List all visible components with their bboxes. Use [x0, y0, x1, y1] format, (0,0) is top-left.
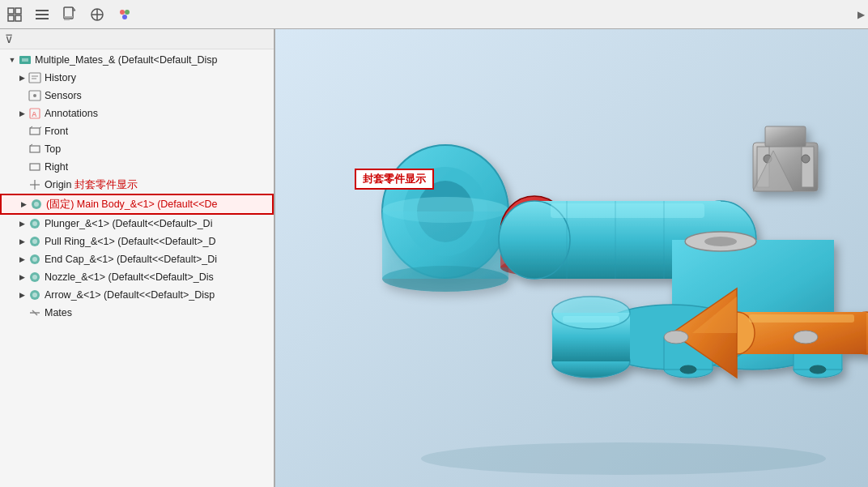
tree-item-nozzle[interactable]: ▶ Nozzle_&<1> (Default<<Default>_Dis: [0, 268, 274, 286]
svg-rect-8: [64, 16, 73, 18]
end-cap-label: End Cap_&<1> (Default<<Default>_Di: [45, 254, 217, 265]
svg-point-74: [680, 365, 696, 374]
root-expander[interactable]: ▼: [6, 54, 18, 66]
tree-item-mates[interactable]: Mates: [0, 304, 274, 322]
svg-rect-30: [30, 164, 40, 170]
svg-point-15: [122, 15, 127, 19]
plunger-icon: [28, 216, 42, 231]
tree-item-history[interactable]: ▶ History: [0, 69, 274, 87]
svg-rect-0: [8, 8, 14, 14]
sensors-icon: [28, 88, 42, 103]
tree-item-arrow[interactable]: ▶ Arrow_&<1> (Default<<Default>_Disp: [0, 286, 274, 304]
main-layout: ⊽ ▼ Multiple_Mates_& (Default<Default_Di…: [0, 29, 868, 487]
svg-point-38: [32, 239, 37, 244]
tree-item-pull-ring[interactable]: ▶ Pull Ring_&<1> (Default<<Default>_D: [0, 233, 274, 250]
plunger-expander[interactable]: ▶: [16, 218, 28, 229]
filter-bar: ⊽: [0, 29, 274, 49]
toolbar-icon-list[interactable]: [31, 3, 53, 26]
tree-item-main-body[interactable]: ▶ (固定) Main Body_&<1> (Default<<De: [0, 194, 274, 215]
assembly-illustration: [275, 29, 868, 487]
svg-rect-28: [30, 146, 40, 152]
svg-line-27: [40, 126, 41, 128]
svg-rect-61: [551, 203, 704, 218]
svg-point-75: [810, 365, 826, 374]
tree-item-end-cap[interactable]: ▶ End Cap_&<1> (Default<<Default>_Di: [0, 250, 274, 268]
toolbar-icon-cross[interactable]: [86, 3, 108, 26]
sensors-label: Sensors: [45, 90, 82, 101]
svg-point-97: [421, 442, 826, 475]
origin-label: Origin: [45, 179, 71, 190]
nozzle-icon: [28, 270, 42, 284]
feature-tree-area[interactable]: ▼ Multiple_Mates_& (Default<Default_Disp…: [0, 49, 274, 487]
end-cap-expander[interactable]: ▶: [16, 254, 28, 265]
main-body-label: (固定) Main Body_&<1> (Default<<De: [46, 198, 218, 211]
svg-rect-87: [765, 126, 806, 147]
origin-annotation: 封套零件显示: [74, 177, 138, 192]
filter-icon: ⊽: [5, 32, 13, 45]
annotations-label: Annotations: [45, 108, 98, 119]
tree-item-right[interactable]: Right: [0, 158, 274, 176]
toolbar-icon-grid[interactable]: [3, 3, 26, 26]
root-label: Multiple_Mates_& (Default<Default_Disp: [35, 54, 217, 66]
svg-rect-2: [8, 15, 14, 21]
mates-expander[interactable]: [16, 307, 28, 318]
front-icon: [28, 124, 42, 139]
svg-rect-5: [36, 14, 49, 15]
arrow-expander[interactable]: ▶: [16, 289, 28, 301]
pull-ring-icon: [28, 234, 42, 249]
svg-rect-3: [15, 15, 21, 21]
svg-rect-53: [382, 211, 508, 279]
tree-item-sensors[interactable]: Sensors: [0, 87, 274, 105]
top-icon: [28, 142, 42, 156]
annotations-icon: A: [28, 106, 42, 121]
front-expander[interactable]: [16, 126, 28, 137]
toolbar-expand-arrow[interactable]: ▶: [857, 9, 865, 20]
svg-rect-4: [36, 10, 49, 11]
plunger-label: Plunger_&<1> (Default<<Default>_Di: [45, 218, 212, 229]
right-label: Right: [45, 161, 68, 173]
svg-point-91: [802, 155, 810, 163]
tree-item-front[interactable]: Front: [0, 122, 274, 140]
svg-point-94: [704, 237, 737, 246]
3d-viewport[interactable]: 封套零件显示: [275, 29, 868, 487]
svg-point-95: [664, 331, 688, 344]
main-toolbar: ▶: [0, 0, 868, 29]
svg-rect-6: [36, 18, 49, 19]
right-icon: [28, 160, 42, 174]
svg-rect-79: [563, 316, 619, 323]
history-label: History: [45, 72, 76, 83]
toolbar-icon-color[interactable]: [113, 3, 136, 26]
tree-item-annotations[interactable]: ▶ A Annotations: [0, 105, 274, 122]
arrow-icon: [28, 288, 42, 302]
nozzle-expander[interactable]: ▶: [16, 271, 28, 283]
front-label: Front: [45, 126, 68, 137]
svg-text:A: A: [32, 110, 37, 118]
nozzle-label: Nozzle_&<1> (Default<<Default>_Dis: [45, 271, 214, 283]
top-expander[interactable]: [16, 143, 28, 155]
svg-rect-83: [749, 314, 854, 323]
svg-rect-9: [64, 19, 70, 20]
feature-tree-sidebar: ⊽ ▼ Multiple_Mates_& (Default<Default_Di…: [0, 29, 275, 487]
pull-ring-label: Pull Ring_&<1> (Default<<Default>_D: [45, 236, 216, 247]
svg-point-34: [34, 202, 39, 207]
annotations-expander[interactable]: ▶: [16, 108, 28, 119]
tree-root-item[interactable]: ▼ Multiple_Mates_& (Default<Default_Disp: [0, 51, 274, 69]
svg-point-22: [33, 94, 36, 97]
right-expander[interactable]: [16, 161, 28, 173]
history-icon: [28, 70, 42, 85]
tree-item-origin[interactable]: Origin 封套零件显示: [0, 176, 274, 194]
tree-item-plunger[interactable]: ▶ Plunger_&<1> (Default<<Default>_Di: [0, 215, 274, 233]
sensors-expander[interactable]: [16, 90, 28, 101]
origin-expander[interactable]: [16, 179, 28, 190]
main-body-expander[interactable]: ▶: [18, 199, 29, 210]
svg-point-14: [125, 10, 130, 15]
origin-icon: [28, 177, 42, 192]
toolbar-icon-doc[interactable]: [58, 3, 81, 26]
root-icon: [18, 53, 32, 67]
history-expander[interactable]: ▶: [16, 72, 28, 83]
tree-item-top[interactable]: Top: [0, 140, 274, 158]
svg-rect-25: [30, 128, 40, 135]
top-label: Top: [45, 143, 61, 155]
svg-point-44: [32, 293, 37, 297]
pull-ring-expander[interactable]: ▶: [16, 236, 28, 247]
